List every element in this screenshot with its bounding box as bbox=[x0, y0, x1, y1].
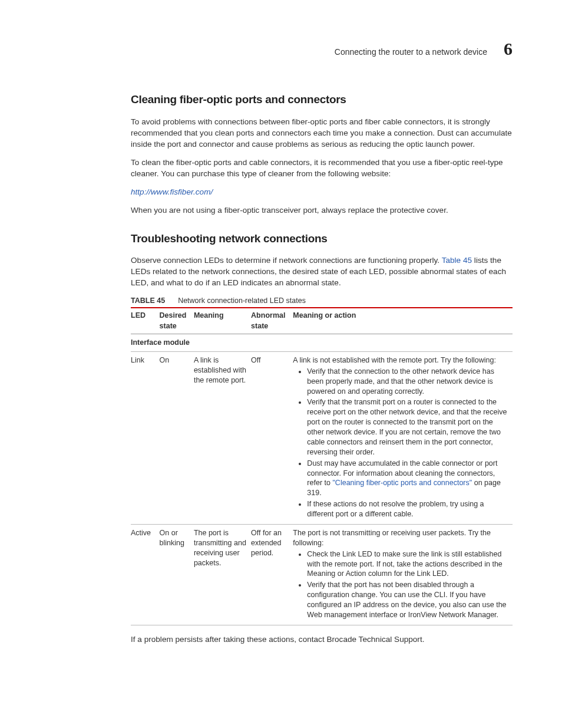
col-header-abnormal: Abnormal state bbox=[251, 308, 293, 334]
cross-ref-link[interactable]: "Cleaning fiber-optic ports and connecto… bbox=[332, 479, 472, 487]
list-item: Verify that the connection to the other … bbox=[307, 367, 508, 397]
external-link-line: http://www.fisfiber.com/ bbox=[131, 186, 513, 197]
list-item: If these actions do not resolve the prob… bbox=[307, 499, 508, 519]
table-row: Active On or blinking The port is transm… bbox=[131, 524, 513, 625]
col-header-action: Meaning or action bbox=[293, 308, 513, 334]
cell-desired: On bbox=[160, 351, 194, 524]
cell-led: Active bbox=[131, 524, 160, 625]
heading-cleaning: Cleaning fiber-optic ports and connector… bbox=[131, 92, 513, 108]
cell-meaning: The port is transmitting and receiving u… bbox=[194, 524, 251, 625]
action-intro: The port is not transmitting or receivin… bbox=[293, 529, 491, 547]
action-list: Verify that the connection to the other … bbox=[293, 367, 508, 519]
list-item: Verify that the transmit port on a route… bbox=[307, 397, 508, 457]
body-text: If a problem persists after taking these… bbox=[131, 634, 513, 645]
cross-ref-link[interactable]: Table 45 bbox=[442, 256, 472, 265]
page-header: Connecting the router to a network devic… bbox=[49, 37, 513, 61]
cell-led: Link bbox=[131, 351, 160, 524]
cell-action: The port is not transmitting or receivin… bbox=[293, 524, 513, 625]
cell-action: A link is not established with the remot… bbox=[293, 351, 513, 524]
body-text: Observe connection LEDs to determine if … bbox=[131, 255, 513, 288]
list-item: Dust may have accumulated in the cable c… bbox=[307, 459, 508, 499]
body-text: When you are not using a fiber-optic tra… bbox=[131, 205, 513, 216]
table-caption: TABLE 45Network connection-related LED s… bbox=[131, 296, 513, 307]
table-subheader-row: Interface module bbox=[131, 334, 513, 352]
cell-desired: On or blinking bbox=[160, 524, 194, 625]
table-row: Link On A link is established with the r… bbox=[131, 351, 513, 524]
action-list: Check the Link LED to make sure the link… bbox=[293, 549, 508, 620]
table-subheader: Interface module bbox=[131, 334, 513, 352]
body-text: To clean the fiber-optic ports and cable… bbox=[131, 157, 513, 179]
header-section-title: Connecting the router to a network devic… bbox=[335, 47, 487, 58]
list-item: Check the Link LED to make sure the link… bbox=[307, 549, 508, 579]
col-header-led: LED bbox=[131, 308, 160, 334]
table-header-row: LED Desired state Meaning Abnormal state… bbox=[131, 308, 513, 334]
chapter-number: 6 bbox=[504, 37, 513, 61]
cell-meaning: A link is established with the remote po… bbox=[194, 351, 251, 524]
col-header-meaning: Meaning bbox=[194, 308, 251, 334]
heading-troubleshooting: Troubleshooting network connections bbox=[131, 231, 513, 247]
col-header-desired: Desired state bbox=[160, 308, 194, 334]
body-text: To avoid problems with connections betwe… bbox=[131, 116, 513, 150]
action-intro: A link is not established with the remot… bbox=[293, 356, 496, 364]
page-content: Cleaning fiber-optic ports and connector… bbox=[131, 92, 513, 645]
table-title: Network connection-related LED states bbox=[178, 297, 306, 305]
text-fragment: Observe connection LEDs to determine if … bbox=[131, 256, 442, 265]
cell-abnormal: Off for an extended period. bbox=[251, 524, 293, 625]
cell-abnormal: Off bbox=[251, 351, 293, 524]
led-states-table: LED Desired state Meaning Abnormal state… bbox=[131, 307, 513, 625]
list-item: Verify that the port has not been disabl… bbox=[307, 580, 508, 620]
table-label: TABLE 45 bbox=[131, 297, 165, 305]
external-link[interactable]: http://www.fisfiber.com/ bbox=[131, 187, 213, 196]
